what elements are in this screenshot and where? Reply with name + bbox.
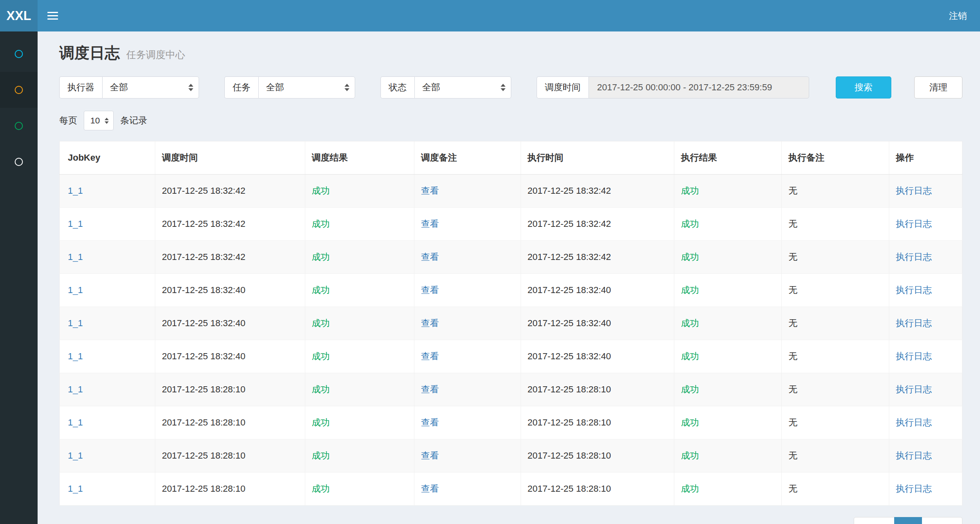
- table-row: 1_12017-12-25 18:32:42成功查看2017-12-25 18:…: [60, 241, 962, 274]
- column-header-handle-result[interactable]: 执行结果: [674, 141, 782, 175]
- page-subtitle: 任务调度中心: [126, 48, 185, 61]
- handle-msg: 无: [788, 252, 797, 262]
- handle-time: 2017-12-25 18:32:40: [528, 285, 611, 295]
- exec-log-link[interactable]: 执行日志: [896, 285, 932, 295]
- sidebar-item-job-log[interactable]: [0, 108, 38, 144]
- job-select-value: 全部: [266, 81, 284, 94]
- select-stepper-icon: [188, 84, 193, 91]
- trigger-time: 2017-12-25 18:32:40: [162, 351, 245, 361]
- sidebar-item-dashboard[interactable]: [0, 36, 38, 72]
- trigger-msg-link[interactable]: 查看: [421, 285, 439, 295]
- main-content: 调度日志 任务调度中心 执行器 全部 任务 全部 状态: [38, 31, 980, 524]
- jobkey-link[interactable]: 1_1: [68, 285, 83, 295]
- handle-msg: 无: [788, 484, 797, 494]
- exec-log-link[interactable]: 执行日志: [896, 318, 932, 328]
- page-size-suffix-label: 条记录: [120, 114, 147, 127]
- executor-filter-label: 执行器: [59, 76, 102, 99]
- handle-result: 成功: [681, 450, 699, 461]
- exec-log-link[interactable]: 执行日志: [896, 450, 932, 461]
- prev-page-button[interactable]: 上页: [854, 517, 895, 524]
- trigger-result: 成功: [312, 219, 330, 229]
- trigger-time: 2017-12-25 18:32:42: [162, 186, 245, 196]
- trigger-msg-link[interactable]: 查看: [421, 450, 439, 461]
- filter-bar: 执行器 全部 任务 全部 状态 全部: [59, 76, 962, 99]
- jobkey-link[interactable]: 1_1: [68, 219, 83, 229]
- trigger-msg-link[interactable]: 查看: [421, 484, 439, 494]
- table-row: 1_12017-12-25 18:32:42成功查看2017-12-25 18:…: [60, 208, 962, 241]
- circle-outline-icon: [15, 50, 23, 58]
- table-row: 1_12017-12-25 18:32:40成功查看2017-12-25 18:…: [60, 274, 962, 307]
- jobkey-link[interactable]: 1_1: [68, 318, 83, 328]
- dispatch-log-table: JobKey调度时间调度结果调度备注执行时间执行结果执行备注操作 1_12017…: [59, 141, 962, 506]
- app-logo[interactable]: XXL: [0, 0, 38, 31]
- search-button[interactable]: 搜索: [836, 76, 891, 99]
- circle-outline-icon: [15, 86, 23, 94]
- pagination: 上页 1 下页: [854, 517, 962, 524]
- next-page-button[interactable]: 下页: [922, 517, 962, 524]
- logout-link[interactable]: 注销: [936, 0, 980, 31]
- executor-select[interactable]: 全部: [102, 76, 199, 99]
- handle-result: 成功: [681, 219, 699, 229]
- trigger-result: 成功: [312, 484, 330, 494]
- select-stepper-icon: [501, 84, 506, 91]
- handle-msg: 无: [788, 417, 797, 428]
- trigger-msg-link[interactable]: 查看: [421, 219, 439, 229]
- handle-time: 2017-12-25 18:28:10: [528, 417, 611, 428]
- page-size-select[interactable]: 10: [84, 111, 114, 130]
- handle-msg: 无: [788, 285, 797, 295]
- column-header-handle-msg[interactable]: 执行备注: [782, 141, 889, 175]
- jobkey-link[interactable]: 1_1: [68, 450, 83, 461]
- job-select[interactable]: 全部: [258, 76, 355, 99]
- jobkey-link[interactable]: 1_1: [68, 484, 83, 494]
- handle-msg: 无: [788, 351, 797, 361]
- trigger-result: 成功: [312, 417, 330, 428]
- top-navbar: XXL 注销: [0, 0, 980, 31]
- trigger-result: 成功: [312, 252, 330, 262]
- current-page-button[interactable]: 1: [894, 517, 922, 524]
- exec-log-link[interactable]: 执行日志: [896, 351, 932, 361]
- trigger-time-range-input[interactable]: 2017-12-25 00:00:00 - 2017-12-25 23:59:5…: [588, 76, 809, 99]
- handle-msg: 无: [788, 186, 797, 196]
- trigger-msg-link[interactable]: 查看: [421, 318, 439, 328]
- exec-log-link[interactable]: 执行日志: [896, 417, 932, 428]
- column-header-jobkey[interactable]: JobKey: [60, 141, 155, 175]
- table-header-row: JobKey调度时间调度结果调度备注执行时间执行结果执行备注操作: [60, 141, 962, 175]
- select-stepper-icon: [345, 84, 349, 91]
- page-header: 调度日志 任务调度中心: [59, 43, 962, 63]
- sidebar-item-executor-manage[interactable]: [0, 144, 38, 180]
- jobkey-link[interactable]: 1_1: [68, 351, 83, 361]
- trigger-msg-link[interactable]: 查看: [421, 186, 439, 196]
- column-header-handle-time[interactable]: 执行时间: [521, 141, 674, 175]
- select-stepper-icon: [105, 118, 109, 124]
- exec-log-link[interactable]: 执行日志: [896, 484, 932, 494]
- column-header-trigger-time[interactable]: 调度时间: [155, 141, 305, 175]
- clear-button[interactable]: 清理: [914, 76, 962, 99]
- table-body: 1_12017-12-25 18:32:42成功查看2017-12-25 18:…: [60, 175, 962, 506]
- trigger-msg-link[interactable]: 查看: [421, 384, 439, 394]
- status-select[interactable]: 全部: [414, 76, 511, 99]
- trigger-msg-link[interactable]: 查看: [421, 351, 439, 361]
- handle-result: 成功: [681, 318, 699, 328]
- jobkey-link[interactable]: 1_1: [68, 186, 83, 196]
- sidebar-toggle-button[interactable]: [38, 0, 68, 31]
- sidebar-item-job-manage[interactable]: [0, 72, 38, 108]
- jobkey-link[interactable]: 1_1: [68, 417, 83, 428]
- exec-log-link[interactable]: 执行日志: [896, 252, 932, 262]
- table-row: 1_12017-12-25 18:32:40成功查看2017-12-25 18:…: [60, 307, 962, 340]
- exec-log-link[interactable]: 执行日志: [896, 186, 932, 196]
- exec-log-link[interactable]: 执行日志: [896, 384, 932, 394]
- job-filter-label: 任务: [224, 76, 258, 99]
- jobkey-link[interactable]: 1_1: [68, 384, 83, 394]
- trigger-msg-link[interactable]: 查看: [421, 252, 439, 262]
- trigger-time: 2017-12-25 18:28:10: [162, 450, 245, 461]
- handle-msg: 无: [788, 318, 797, 328]
- sidebar: [0, 31, 38, 524]
- trigger-msg-link[interactable]: 查看: [421, 417, 439, 428]
- column-header-trigger-result[interactable]: 调度结果: [305, 141, 414, 175]
- column-header-trigger-msg[interactable]: 调度备注: [414, 141, 521, 175]
- column-header-action[interactable]: 操作: [889, 141, 962, 175]
- jobkey-link[interactable]: 1_1: [68, 252, 83, 262]
- exec-log-link[interactable]: 执行日志: [896, 219, 932, 229]
- handle-msg: 无: [788, 219, 797, 229]
- handle-time: 2017-12-25 18:32:40: [528, 318, 611, 328]
